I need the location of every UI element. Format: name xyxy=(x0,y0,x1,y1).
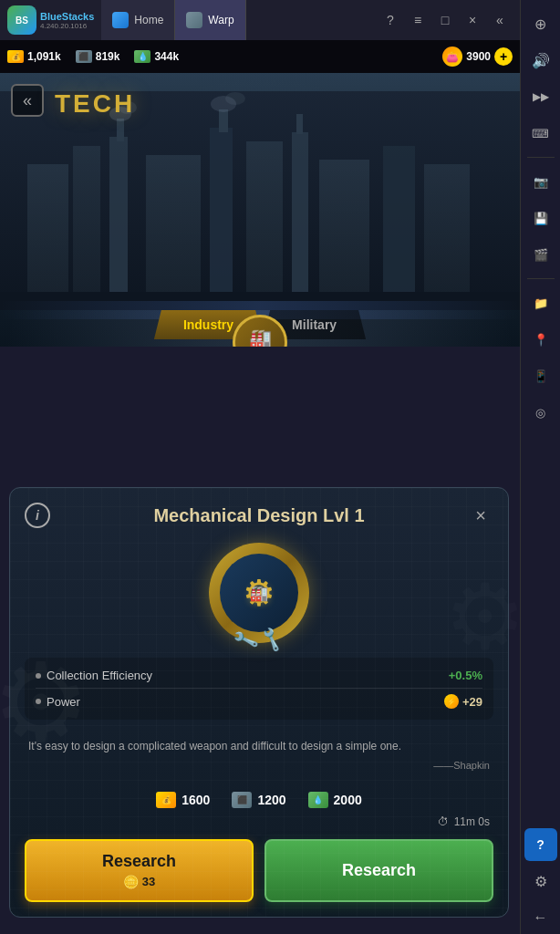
gold-icon: 💰 xyxy=(7,50,24,63)
sidebar-save-icon[interactable]: 💾 xyxy=(524,202,557,234)
cost-steel-icon: ⬛ xyxy=(232,792,252,808)
modal-panel: ⚙ ⚙ i Mechanical Design Lvl 1 × ⚙ 🏭 xyxy=(9,487,509,918)
special-value: 3900 xyxy=(466,50,491,63)
modal-header: i Mechanical Design Lvl 1 × xyxy=(25,503,493,528)
svg-rect-1 xyxy=(27,164,68,310)
tech-header: « TECH Industry Military 🏭 Max xyxy=(0,73,520,347)
research-gold-cost: 🪙 33 xyxy=(123,875,155,889)
cost-oil: 💧 2000 xyxy=(308,792,362,808)
quote-author: ——Shapkin xyxy=(28,758,490,773)
stat-power-value: ⚡ +29 xyxy=(444,694,482,709)
cost-gold-icon: 💰 xyxy=(156,792,176,808)
stats-section: Collection Efficiency +0.5% Power ⚡ +29 xyxy=(25,658,493,720)
sidebar-back-icon[interactable]: ← xyxy=(524,901,557,934)
svg-rect-6 xyxy=(246,141,283,310)
quote-text: It's easy to design a complicated weapon… xyxy=(28,738,490,754)
quote-section: It's easy to design a complicated weapon… xyxy=(25,731,493,781)
close-button[interactable]: × xyxy=(460,7,485,33)
gold-value: 1,091k xyxy=(27,50,61,63)
restore-button[interactable]: □ xyxy=(432,7,458,33)
svg-rect-8 xyxy=(319,160,369,310)
research-green-label: Research xyxy=(342,861,416,880)
svg-rect-4 xyxy=(146,155,201,310)
sidebar-rotate-icon[interactable]: ◎ xyxy=(524,396,557,429)
modal-close-button[interactable]: × xyxy=(468,503,493,528)
coin-icon: 🪙 xyxy=(123,875,139,889)
svg-rect-12 xyxy=(219,109,228,132)
stat-collection-value: +0.5% xyxy=(449,669,482,682)
factory-scene xyxy=(0,91,520,310)
bluestacks-text: BlueStacks 4.240.20.1016 xyxy=(40,11,94,30)
sidebar-divider-2 xyxy=(527,278,555,279)
game-area: 💰 1,091k ⬛ 819k 💧 344k 👛 3900 + xyxy=(0,40,520,934)
badge-decoration: 🔧 🔧 xyxy=(234,628,284,650)
tab-home[interactable]: Home xyxy=(101,0,175,40)
cost-steel: ⬛ 1200 xyxy=(232,792,285,808)
sidebar-keyboard-icon[interactable]: ⌨ xyxy=(524,117,557,150)
stat-row-power: Power ⚡ +29 xyxy=(36,690,482,712)
steel-resource: ⬛ 819k xyxy=(76,50,120,63)
sidebar-phone-icon[interactable]: 📱 xyxy=(524,359,557,392)
sidebar-settings-icon[interactable]: ⚙ xyxy=(524,865,557,898)
back-button[interactable]: « xyxy=(11,84,44,117)
cost-oil-icon: 💧 xyxy=(308,792,328,808)
badge-center-icon: 🏭 xyxy=(250,585,268,602)
special-resource: 👛 3900 + xyxy=(442,47,513,67)
sidebar-folder-icon[interactable]: 📁 xyxy=(524,286,557,319)
modal-badge-container: ⚙ 🏭 🔧 🔧 xyxy=(25,543,493,643)
home-tab-icon xyxy=(112,12,129,28)
timer-row: ⏱ 11m 0s xyxy=(25,815,493,828)
sidebar-location-icon[interactable]: 📍 xyxy=(524,323,557,356)
warp-tab-icon xyxy=(186,12,202,28)
oil-resource: 💧 344k xyxy=(134,50,179,63)
help-button[interactable]: ? xyxy=(378,7,403,33)
research-gold-label: Research xyxy=(102,852,176,871)
svg-rect-10 xyxy=(424,164,470,310)
sidebar-volume-icon[interactable]: 🔊 xyxy=(524,44,557,77)
right-sidebar: ⊕ 🔊 ▶▶ ⌨ 📷 💾 🎬 📁 📍 📱 ◎ ? ⚙ ← xyxy=(520,0,560,934)
svg-rect-9 xyxy=(383,146,415,310)
svg-rect-3 xyxy=(109,137,128,310)
research-green-button[interactable]: Research xyxy=(264,839,493,902)
menu-button[interactable]: ≡ xyxy=(405,7,430,33)
resource-bar: 💰 1,091k ⬛ 819k 💧 344k 👛 3900 + xyxy=(0,40,520,73)
sidebar-divider-1 xyxy=(527,157,555,158)
tech-title: TECH xyxy=(55,89,135,119)
sidebar-camera-icon[interactable]: 📷 xyxy=(524,165,557,198)
stat-row-collection: Collection Efficiency +0.5% xyxy=(36,665,482,686)
power-icon: ⚡ xyxy=(444,694,459,709)
stat-power-label: Power xyxy=(36,695,80,709)
steel-icon: ⬛ xyxy=(76,50,92,63)
sidebar-record-icon[interactable]: 🎬 xyxy=(524,238,557,271)
timer-value: 11m 0s xyxy=(454,815,490,828)
sidebar-speed-icon[interactable]: ▶▶ xyxy=(524,80,557,113)
sidebar-expand-icon[interactable]: ⊕ xyxy=(524,7,557,40)
timer-icon: ⏱ xyxy=(438,815,449,828)
bluestacks-logo: BS BlueStacks 4.240.20.1016 xyxy=(0,5,101,35)
title-bar: BS BlueStacks 4.240.20.1016 Home Warp ? … xyxy=(0,0,520,40)
sidebar-toggle-button[interactable]: « xyxy=(487,7,513,33)
stat-dot-1 xyxy=(36,673,41,679)
modal-info-button[interactable]: i xyxy=(25,503,50,528)
steel-value: 819k xyxy=(96,50,120,63)
svg-rect-13 xyxy=(296,114,303,134)
svg-point-17 xyxy=(225,92,245,105)
svg-rect-5 xyxy=(210,128,233,310)
action-buttons: Research 🪙 33 Research xyxy=(25,839,493,902)
tab-warp[interactable]: Warp xyxy=(175,0,245,40)
special-icon: 👛 xyxy=(442,47,462,67)
svg-rect-7 xyxy=(292,132,308,310)
svg-rect-11 xyxy=(117,119,124,141)
oil-value: 344k xyxy=(154,50,179,63)
oil-icon: 💧 xyxy=(134,50,150,63)
badge-inner: ⚙ 🏭 xyxy=(220,554,298,632)
cost-row: 💰 1600 ⬛ 1200 💧 2000 xyxy=(25,792,493,808)
sidebar-help-button[interactable]: ? xyxy=(524,828,557,861)
gold-resource: 💰 1,091k xyxy=(7,50,61,63)
research-gold-button[interactable]: Research 🪙 33 xyxy=(25,839,254,902)
add-special-button[interactable]: + xyxy=(494,47,513,66)
bluestacks-icon: BS xyxy=(7,5,36,35)
modal-title: Mechanical Design Lvl 1 xyxy=(50,505,468,526)
stat-divider xyxy=(36,688,482,689)
cost-gold: 💰 1600 xyxy=(156,792,210,808)
